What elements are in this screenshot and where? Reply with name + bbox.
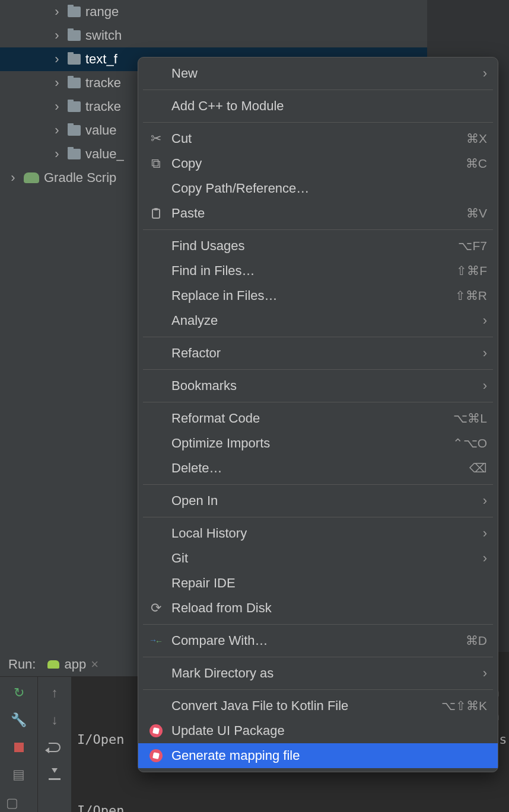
menu-label: Open In	[171, 493, 476, 509]
menu-shortcut: ⌃⌥O	[453, 436, 487, 450]
menu-item-find-usages[interactable]: Find Usages ⌥F7	[138, 234, 498, 258]
menu-separator	[143, 89, 493, 90]
menu-item-open-in[interactable]: Open In ›	[138, 488, 498, 513]
menu-item-refactor[interactable]: Refactor ›	[138, 341, 498, 366]
folder-icon	[68, 101, 81, 112]
menu-label: Delete…	[171, 461, 462, 476]
menu-item-analyze[interactable]: Analyze ›	[138, 308, 498, 333]
menu-label: Paste	[171, 206, 459, 221]
tree-item-label: value	[85, 123, 117, 138]
menu-shortcut: ⌘V	[466, 206, 487, 220]
chevron-right-icon: ›	[51, 52, 63, 67]
menu-separator	[143, 229, 493, 230]
tree-item-range[interactable]: › range	[0, 0, 427, 24]
menu-label: Bookmarks	[171, 378, 476, 394]
tree-item-switch[interactable]: › switch	[0, 24, 427, 47]
chevron-right-icon: ›	[483, 551, 487, 566]
run-tab-app[interactable]: app ×	[44, 654, 102, 674]
reload-icon: ⟳	[148, 600, 164, 616]
menu-item-paste[interactable]: Paste ⌘V	[138, 201, 498, 226]
compare-icon: →←	[148, 635, 164, 646]
menu-item-repair-ide[interactable]: Repair IDE	[138, 571, 498, 596]
run-toolbar-secondary: ↑ ↓	[38, 677, 71, 812]
tree-item-label: tracke	[85, 99, 121, 114]
menu-label: Refactor	[171, 346, 476, 361]
menu-item-generate-mapping-file[interactable]: Generate mapping file	[138, 743, 498, 768]
chevron-right-icon: ›	[51, 123, 63, 138]
close-icon[interactable]: ×	[91, 657, 98, 672]
menu-item-copy-path[interactable]: Copy Path/Reference…	[138, 176, 498, 201]
paste-icon	[148, 207, 164, 219]
menu-label: Replace in Files…	[171, 288, 448, 303]
context-menu: New › Add C++ to Module ✂ Cut ⌘X ⧉ Copy …	[138, 57, 498, 772]
menu-item-delete[interactable]: Delete… ⌫	[138, 456, 498, 481]
menu-item-reload-from-disk[interactable]: ⟳ Reload from Disk	[138, 596, 498, 621]
android-icon	[47, 660, 59, 669]
menu-item-bookmarks[interactable]: Bookmarks ›	[138, 373, 498, 398]
arrow-down-icon[interactable]: ↓	[48, 714, 61, 727]
menu-shortcut: ⌘X	[466, 132, 487, 146]
menu-item-replace-in-files[interactable]: Replace in Files… ⇧⌘R	[138, 283, 498, 308]
menu-label: Find in Files…	[171, 263, 449, 279]
chevron-right-icon: ›	[483, 313, 487, 328]
menu-item-update-ui-package[interactable]: Update UI Package	[138, 718, 498, 743]
relay-icon	[148, 724, 164, 737]
run-title: Run:	[8, 657, 36, 672]
menu-label: Reformat Code	[171, 411, 446, 426]
tree-item-label: text_f	[85, 52, 117, 67]
chevron-right-icon: ›	[51, 146, 63, 162]
menu-label: Git	[171, 551, 476, 566]
folder-icon	[68, 7, 81, 17]
relay-icon	[148, 749, 164, 762]
svg-rect-1	[154, 208, 158, 210]
menu-label: Reload from Disk	[171, 600, 487, 616]
rerun-icon[interactable]: ↻	[12, 686, 26, 699]
soft-wrap-icon[interactable]	[48, 741, 61, 754]
menu-separator	[143, 484, 493, 485]
menu-item-compare-with[interactable]: →← Compare With… ⌘D	[138, 628, 498, 653]
menu-item-local-history[interactable]: Local History ›	[138, 521, 498, 546]
run-tab-label: app	[64, 657, 86, 672]
menu-item-new[interactable]: New ›	[138, 61, 498, 86]
menu-shortcut: ⌘C	[466, 156, 487, 171]
menu-item-add-cpp[interactable]: Add C++ to Module	[138, 94, 498, 119]
menu-item-find-in-files[interactable]: Find in Files… ⇧⌘F	[138, 258, 498, 283]
menu-item-optimize-imports[interactable]: Optimize Imports ⌃⌥O	[138, 431, 498, 456]
menu-label: Copy	[171, 156, 459, 171]
menu-label: Optimize Imports	[171, 436, 446, 451]
chevron-right-icon: ›	[483, 526, 487, 541]
chevron-right-icon: ›	[51, 28, 63, 43]
arrow-up-icon[interactable]: ↑	[48, 686, 61, 699]
menu-item-cut[interactable]: ✂ Cut ⌘X	[138, 126, 498, 151]
status-bar-icon[interactable]: ▢	[0, 794, 24, 812]
menu-separator	[143, 337, 493, 337]
cut-icon: ✂	[148, 131, 164, 146]
tree-item-label: value_	[85, 146, 124, 162]
wrench-icon[interactable]: 🔧	[12, 714, 26, 727]
menu-label: Add C++ to Module	[171, 98, 487, 114]
menu-separator	[143, 624, 493, 625]
chevron-right-icon: ›	[483, 66, 487, 81]
menu-label: Mark Directory as	[171, 666, 476, 681]
copy-icon: ⧉	[148, 156, 164, 171]
menu-item-mark-directory-as[interactable]: Mark Directory as ›	[138, 661, 498, 686]
stop-icon[interactable]	[12, 741, 26, 754]
svg-rect-0	[152, 209, 160, 218]
menu-item-reformat[interactable]: Reformat Code ⌥⌘L	[138, 406, 498, 431]
menu-separator	[143, 657, 493, 657]
menu-label: Repair IDE	[171, 576, 487, 591]
chevron-right-icon: ›	[51, 75, 63, 91]
menu-item-convert-java-kotlin[interactable]: Convert Java File to Kotlin File ⌥⇧⌘K	[138, 693, 498, 718]
menu-item-copy[interactable]: ⧉ Copy ⌘C	[138, 151, 498, 176]
log-line: I/Open	[77, 799, 503, 812]
run-toolbar-primary: ↻ 🔧 ▤	[0, 677, 38, 812]
menu-shortcut: ⇧⌘R	[455, 289, 487, 303]
menu-label: Generate mapping file	[171, 748, 487, 763]
folder-icon	[68, 54, 81, 65]
folder-icon	[68, 125, 81, 136]
chevron-right-icon: ›	[483, 378, 487, 394]
menu-item-git[interactable]: Git ›	[138, 546, 498, 571]
chevron-right-icon: ›	[483, 493, 487, 509]
scroll-to-end-icon[interactable]	[48, 768, 61, 781]
layout-icon[interactable]: ▤	[12, 768, 26, 781]
